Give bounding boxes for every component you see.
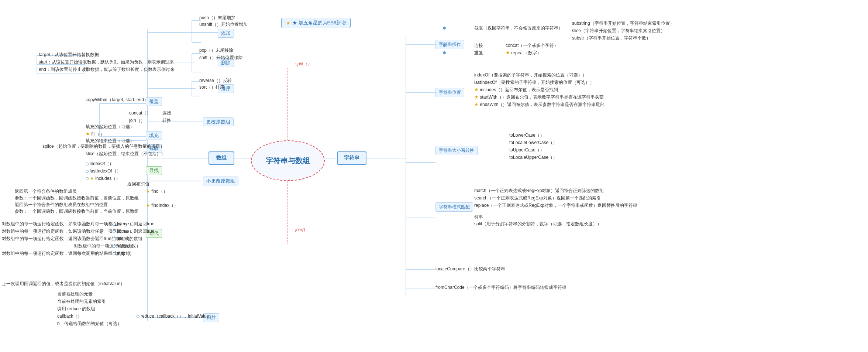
category-fill: 填充	[146, 131, 162, 140]
arrow-split-label: split（）	[295, 61, 312, 67]
sort-item-sort: sort（）排序	[199, 84, 224, 90]
r-concat: concat（一个或多个字符）	[506, 42, 558, 49]
dot-icon	[113, 237, 116, 240]
r-toLocaleUpperCase: toLocaleUpperCase（）	[509, 154, 557, 161]
r-repeat-dot	[443, 50, 447, 55]
r-toLowerCase: toLowerCase（）	[509, 132, 544, 139]
dot-icon	[86, 177, 89, 180]
dot-icon	[113, 230, 116, 233]
center-node: 字符串与数组	[251, 140, 325, 181]
category-fill-label: 填充	[149, 133, 159, 138]
right-node-string: 字符串	[337, 151, 366, 165]
r-search: search（一个正则表达式或RegExp对象）返回第一个匹配的索引	[474, 195, 601, 201]
center-label: 字符串与数组	[266, 156, 310, 166]
fill-method: ★ fill（）	[86, 131, 104, 137]
iter-forEach-dot: forEach（）	[113, 243, 141, 249]
reduce-method: reduce（callback（），initialValue）	[137, 313, 213, 319]
find-note1: 返回第一个符合条件的数组成员	[15, 188, 77, 195]
r-substring: substring（字符串开始位置，字符串结束索引位置）	[572, 20, 674, 27]
category-no-change: 不更改原数组	[203, 177, 238, 185]
copy-within-desc: copyWithin（target, start, end）	[86, 97, 148, 103]
search-indexOf: indexOf（）	[86, 161, 114, 167]
find-method: ★ find（）	[146, 188, 168, 195]
r-substr: substr（字符串开始位置，字符串个数）	[572, 35, 651, 41]
iter-some-dot: some（）	[113, 228, 136, 235]
splice-desc: splice（起始位置，要删除的数目，要插入的任意数量的项目）	[42, 143, 165, 150]
sort-item-reverse: reverse（）反转	[199, 78, 232, 84]
fill-start-pos: 填充的起始位置（可选）	[86, 124, 134, 130]
category-no-change-label: 不更改原数组	[206, 178, 235, 184]
r-slice: slice（字符串开始位置，字符串结束索引位置）	[572, 28, 665, 34]
r-indexOf: indexOf（要搜索的子字符串，开始搜索的位置（可选））	[474, 72, 587, 78]
dot-icon	[113, 223, 116, 226]
dot-filled-icon	[443, 44, 446, 47]
connect-label: 连接	[162, 110, 171, 116]
r-get-label: 截取（返回字符串，不会修改原来的字符串）	[474, 25, 563, 31]
star-icon: ★	[286, 20, 290, 26]
returns-bool-label: 返回布尔值	[127, 181, 149, 187]
r-fromCharCode: fromCharCode（一个或多个字符编码）将字符串编码转换成字符串	[435, 284, 566, 291]
r-toLocaleLowerCase: toLocaleLowerCase（）	[509, 140, 557, 146]
dot-icon	[113, 252, 116, 255]
iter-every-dot: every（）	[113, 221, 136, 227]
r-toUpperCase: toUpperCase（）	[509, 147, 544, 153]
category-change-array-label: 更改原数组	[206, 119, 230, 124]
add-item-push: push（）末尾增加	[199, 15, 235, 21]
findIndex-method: ★ findIndex（）	[146, 202, 178, 209]
r-split: split（用于分割字符串的分割符，数字（可选，指定数组长度））	[474, 221, 602, 227]
dot-icon	[113, 245, 116, 248]
findIndex-note2: 参数：一个回调函数，回调函数接收当前值，当前位置，原数组	[15, 208, 139, 215]
iter-filter-dot: filter（）	[113, 236, 134, 242]
dot-filled-icon	[443, 51, 446, 54]
slice-desc: slice（起始位置，结束位置（不包括））	[86, 151, 165, 157]
r-replace-2: 符串	[474, 214, 483, 221]
concat-method: concat（）	[129, 110, 151, 116]
copy-within-note2: start：从该位置开始读取数据，默认为0。如果为负数，则表示倒过来	[39, 59, 174, 65]
left-node-label: 数组	[216, 155, 227, 161]
dot-filled-icon	[443, 27, 446, 30]
section-pattern-match: 字符串模式匹配	[435, 202, 473, 212]
callback-method: callback（）	[57, 313, 82, 319]
r-startWith: ★ startWith（）返回布尔值，表示数字字符串是否在源字符串头部	[474, 94, 604, 100]
copy-within-note1: target：从该位置开始替换数据	[39, 52, 99, 58]
category-change-array: 更改原数组	[203, 117, 234, 126]
search-includes: ★ includes（）	[86, 175, 120, 182]
copy-within-note3: end：到该位置前停止读取数据，默认等于数组长度，负数表示倒过来	[39, 66, 175, 73]
left-node-array: 数组	[209, 151, 234, 165]
category-cover-label: 覆盖	[149, 99, 159, 104]
add-item-unshift: unshift（）开始位置增加	[199, 21, 248, 28]
r-repeat-label: 重复	[474, 50, 483, 56]
dot-icon	[137, 315, 140, 318]
convert-label: 转换	[162, 117, 171, 124]
dot-icon	[86, 163, 89, 165]
arrow-split-text: split（）	[295, 61, 312, 66]
r-replace: replace（一个正则表达式或RegExp对象，一个字符串或函数）返回替换后的…	[474, 202, 637, 209]
r-get-dot	[443, 25, 447, 30]
section-string-ops: 字符串操作	[435, 40, 464, 49]
delete-item-shift: shift（）开始位置移除	[199, 55, 243, 61]
reduce-note5: b：传递给函数的初始值（可选）	[57, 321, 122, 327]
star-icon: ★	[86, 131, 90, 137]
r-includes: ★ includes（）返回布尔值，表示是否找到	[474, 87, 558, 93]
reduce-note1: 上一次调用回调返回的值，或者是提供的初始值（initialValue）	[2, 281, 125, 287]
category-add-label: 添加	[221, 30, 231, 36]
delete-item-pop: pop（）末尾移除	[199, 47, 233, 54]
iter-map-desc: 对数组中的每一项运行给定函数，返回每次调用的结果组成的数组	[2, 250, 130, 257]
iter-map-dot: map（）	[113, 250, 134, 257]
search-lastIndexOf: lastIndexOf（）	[86, 168, 121, 174]
r-match: match（一个正则表达式或RegExp对象）返回符合正则筛选的数组	[474, 188, 604, 194]
section-case-convert: 字符串大小写转换	[435, 146, 478, 155]
es6-badge: ★ ★ 加五角星的为ES6新增	[281, 18, 351, 28]
findIndex-note1: 返回第一个符合条件的数组成员在数组中的位置	[15, 202, 108, 208]
es6-badge-text: ★ 加五角星的为ES6新增	[292, 20, 346, 26]
reduce-note3: 当前被处理的元素的索引	[57, 298, 106, 305]
arrow-join-text: join()	[295, 227, 305, 232]
reduce-note2: 当前被处理的元素	[57, 291, 93, 297]
r-connect-label: 连接	[474, 42, 483, 49]
r-connect-dot	[443, 42, 447, 48]
r-repeat-method: ★ repeat（数字）	[506, 50, 541, 56]
section-string-pos: 字符串位置	[435, 88, 464, 97]
r-localeCompare: localeCompare（）比较两个字符串	[435, 266, 505, 272]
r-endsWith: ★ endsWith（）返回布尔值，表示参数字符串是否在源字符串尾部	[474, 102, 604, 108]
connector-lines	[0, 0, 868, 352]
